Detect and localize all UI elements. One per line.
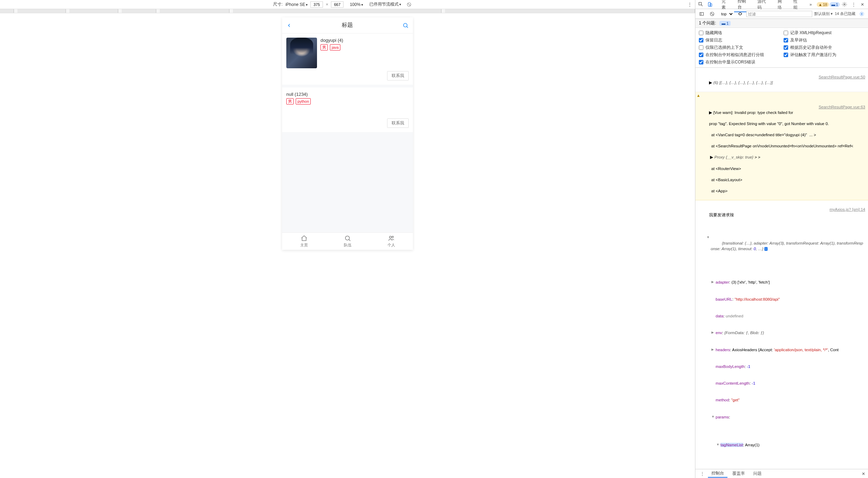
source-link[interactable]: SearchResultPage.vue:63: [818, 104, 865, 110]
setting-group-similar[interactable]: 在控制台中对相似消息进行分组: [699, 52, 780, 58]
devtools-drawer: ⋮ 控制台 覆盖率 问题 ✕: [695, 469, 868, 478]
setting-user-activation[interactable]: 评估触发了用户激活行为: [784, 52, 865, 58]
tab-label: 主页: [300, 242, 308, 248]
issue-chip[interactable]: ▬ 1: [719, 21, 731, 26]
log-row-request[interactable]: myAxios.js? [sm]:14 我要发请求辣 {transitional…: [695, 200, 868, 469]
console-toolbar: top 默认级别 ▾ 14 条已隐藏: [695, 9, 868, 19]
svg-line-15: [711, 13, 714, 15]
svg-line-3: [407, 26, 408, 28]
app-header: 标题: [282, 17, 413, 33]
log-row-warning[interactable]: ▲ SearchResultPage.vue:63 ▶ [Vue warn]: …: [695, 92, 868, 200]
info-badge[interactable]: ▬ 1: [830, 2, 840, 7]
context-select[interactable]: top: [718, 11, 734, 16]
avatar: [286, 38, 317, 68]
devtools-menu-icon[interactable]: ⋮: [850, 1, 858, 8]
hidden-count: 14 条已隐藏: [835, 11, 855, 16]
warning-count: 18: [823, 2, 827, 7]
card-title: dogyupi (4): [320, 38, 409, 43]
devtools-tabs: 元素 控制台 源代码 网络 性能 » ▲ 18 ▬ 1 ⋮ ✕: [695, 0, 868, 9]
card-tags: 男 java: [320, 44, 409, 51]
setting-selected-context[interactable]: 仅限已选择的上下文: [699, 45, 780, 51]
prop-params[interactable]: params:: [712, 414, 865, 420]
dimension-separator: ×: [326, 2, 328, 7]
prop-adapter[interactable]: adapter: (3) ['xhr', 'http', 'fetch']: [712, 279, 865, 285]
prop-maxcontentlength[interactable]: maxContentLength: -1: [712, 380, 865, 386]
tab-team[interactable]: 队伍: [326, 233, 369, 250]
prop-maxbodylength[interactable]: maxBodyLength: -1: [712, 364, 865, 369]
log-level-select[interactable]: 默认级别 ▾: [814, 11, 833, 16]
device-toolbar: 尺寸: iPhone SE × 100% 已停用节流模式 ⋮: [0, 0, 695, 9]
search-icon[interactable]: [402, 22, 409, 29]
page-title: 标题: [292, 22, 402, 29]
filter-input[interactable]: [746, 11, 812, 17]
svg-point-6: [389, 236, 391, 238]
device-toggle-icon[interactable]: [706, 1, 714, 8]
device-select[interactable]: iPhone SE: [285, 2, 308, 7]
setting-log-xhr[interactable]: 记录 XMLHttpRequest: [784, 30, 865, 36]
tag: java: [330, 44, 340, 51]
tab-label: 个人: [387, 242, 395, 248]
svg-rect-12: [700, 12, 704, 15]
tag: 男: [320, 44, 328, 51]
sidebar-toggle-icon[interactable]: [697, 10, 706, 17]
prop-headers[interactable]: headers: AxiosHeaders {Accept: 'applicat…: [712, 347, 865, 353]
info-count: 1: [836, 2, 838, 7]
svg-point-16: [861, 13, 862, 15]
setting-preserve-log[interactable]: 保留日志: [699, 37, 780, 43]
setting-show-cors[interactable]: 在控制台中显示CORS错误: [699, 59, 780, 65]
drawer-tab-console[interactable]: 控制台: [708, 470, 727, 478]
drawer-close-icon[interactable]: ✕: [862, 471, 865, 476]
source-link[interactable]: SearchResultPage.vue:50: [818, 74, 865, 80]
object-summary[interactable]: {transitional: {…}, adapter: Array(3), t…: [707, 235, 865, 257]
source-link[interactable]: myAxios.js? [sm]:14: [830, 207, 865, 212]
setting-autocomplete[interactable]: 根据历史记录自动补全: [784, 45, 865, 51]
console-settings: 隐藏网络 记录 XMLHttpRequest 保留日志 及早评估 仅限已选择的上…: [695, 28, 868, 68]
clear-console-icon[interactable]: [708, 10, 716, 17]
throttle-select[interactable]: 已停用节流模式: [369, 1, 401, 7]
back-icon[interactable]: [286, 23, 292, 28]
gear-icon[interactable]: [840, 1, 849, 8]
tab-more-icon[interactable]: »: [806, 1, 815, 8]
setting-eager-eval[interactable]: 及早评估: [784, 37, 865, 43]
tag: python: [296, 98, 311, 105]
rotate-icon[interactable]: [407, 2, 412, 7]
tab-profile[interactable]: 个人: [369, 233, 413, 250]
width-input[interactable]: [310, 1, 323, 8]
inspect-icon[interactable]: [697, 1, 705, 8]
device-toolbar-menu-icon[interactable]: ⋮: [687, 2, 692, 7]
drawer-tab-coverage[interactable]: 覆盖率: [729, 470, 748, 477]
tag: 男: [286, 98, 294, 105]
warning-badge[interactable]: ▲ 18: [817, 2, 829, 7]
drawer-menu-icon[interactable]: ⋮: [698, 470, 707, 477]
device-ruler: [0, 9, 695, 13]
issues-bar: 1 个问题: ▬ 1: [695, 19, 868, 28]
tabbar: 主页 队伍 个人: [282, 232, 413, 250]
setting-hide-network[interactable]: 隐藏网络: [699, 30, 780, 36]
prop-baseurl[interactable]: baseURL: "http://localhost:8080/api": [712, 296, 865, 302]
svg-line-1: [408, 3, 410, 6]
user-card: null (1234) 男 python 联系我: [282, 87, 413, 132]
dimensions-label: 尺寸:: [273, 1, 282, 7]
svg-point-7: [392, 236, 393, 238]
drawer-tab-issues[interactable]: 问题: [750, 470, 765, 477]
device-frame: 标题 dogyupi (4) 男 java: [282, 17, 413, 250]
card-title: null (1234): [286, 92, 409, 97]
prop-tagnamelist[interactable]: tagNameList: Array(1): [717, 442, 865, 448]
contact-button[interactable]: 联系我: [387, 118, 409, 128]
prop-method[interactable]: method: "get": [712, 397, 865, 403]
svg-point-2: [403, 23, 407, 27]
close-icon[interactable]: ✕: [858, 1, 867, 8]
prop-env[interactable]: env: {FormData: ƒ, Blob: ƒ}: [712, 330, 865, 336]
contact-button[interactable]: 联系我: [387, 71, 409, 80]
console-settings-icon[interactable]: [858, 10, 866, 17]
live-expression-icon[interactable]: [736, 10, 744, 17]
prop-data[interactable]: data: undefined: [712, 313, 865, 319]
svg-line-5: [349, 240, 350, 241]
tab-home[interactable]: 主页: [282, 233, 326, 250]
devtools-panel: 元素 控制台 源代码 网络 性能 » ▲ 18 ▬ 1 ⋮ ✕ top 默认级别…: [695, 0, 868, 478]
app-content: dogyupi (4) 男 java 联系我 null (1234): [282, 33, 413, 232]
zoom-select[interactable]: 100%: [350, 2, 363, 7]
svg-point-4: [345, 236, 349, 240]
height-input[interactable]: [331, 1, 344, 8]
log-row[interactable]: SearchResultPage.vue:50 ▶ (6) [{…}, {…},…: [695, 68, 868, 92]
